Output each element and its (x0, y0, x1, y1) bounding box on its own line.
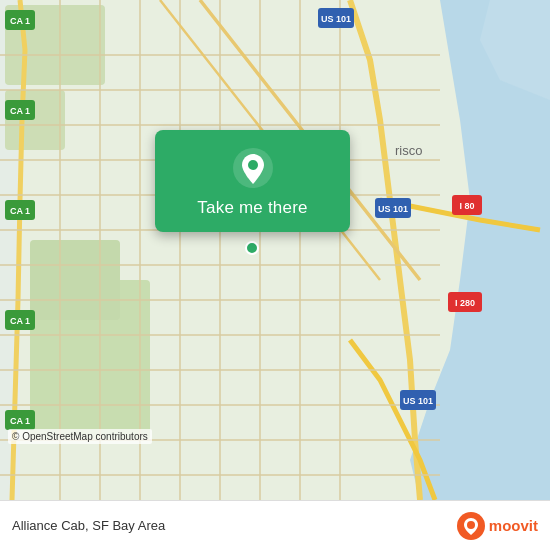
location-label: Alliance Cab, SF Bay Area (12, 518, 165, 533)
moovit-brand-text: moovit (489, 517, 538, 534)
svg-text:I 280: I 280 (455, 298, 475, 308)
bottom-bar: Alliance Cab, SF Bay Area moovit (0, 500, 550, 550)
map-copyright: © OpenStreetMap contributors (8, 429, 152, 444)
svg-text:CA 1: CA 1 (10, 316, 30, 326)
svg-text:US 101: US 101 (378, 204, 408, 214)
svg-rect-5 (30, 240, 120, 320)
location-pin-icon (231, 146, 275, 190)
map-container: US 101 US 101 US 101 I 80 I 280 CA 1 CA … (0, 0, 550, 500)
action-card[interactable]: Take me there (155, 130, 350, 232)
svg-text:CA 1: CA 1 (10, 106, 30, 116)
svg-text:US 101: US 101 (403, 396, 433, 406)
moovit-logo: moovit (457, 512, 538, 540)
svg-text:US 101: US 101 (321, 14, 351, 24)
svg-text:CA 1: CA 1 (10, 416, 30, 426)
svg-point-54 (248, 160, 258, 170)
moovit-logo-icon (457, 512, 485, 540)
svg-text:I 80: I 80 (459, 201, 474, 211)
svg-text:CA 1: CA 1 (10, 16, 30, 26)
svg-text:CA 1: CA 1 (10, 206, 30, 216)
take-me-there-button[interactable]: Take me there (197, 198, 307, 218)
svg-text:risco: risco (395, 143, 422, 158)
svg-point-56 (467, 521, 475, 529)
svg-point-52 (246, 242, 258, 254)
